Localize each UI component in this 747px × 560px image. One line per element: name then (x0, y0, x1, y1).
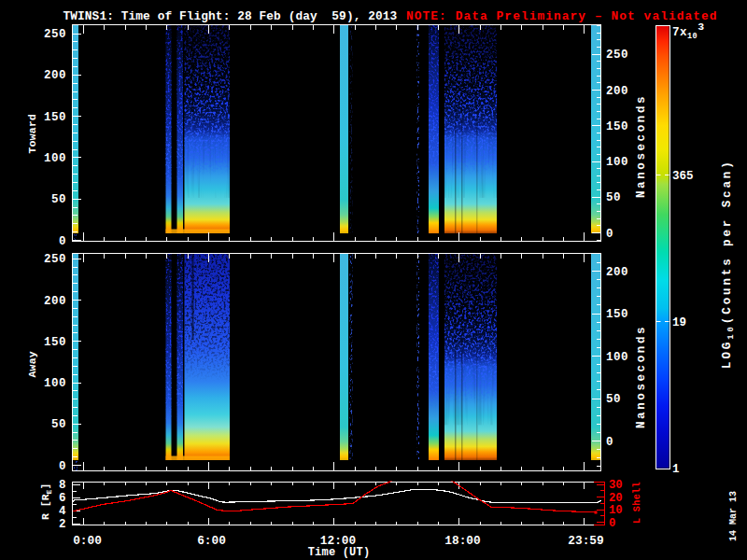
svg-text:Time (UT): Time (UT) (308, 546, 371, 559)
svg-text:50: 50 (51, 418, 66, 431)
svg-text:19: 19 (672, 316, 686, 329)
svg-text:20: 20 (609, 492, 623, 505)
svg-text:0: 0 (606, 436, 613, 449)
svg-text:6:00: 6:00 (197, 534, 226, 548)
svg-text:200: 200 (44, 69, 66, 82)
svg-text:6: 6 (59, 492, 66, 505)
svg-text:0: 0 (606, 228, 613, 241)
svg-text:L Shell: L Shell (632, 482, 642, 524)
svg-text:150: 150 (44, 111, 66, 124)
svg-text:150: 150 (606, 308, 628, 321)
svg-text:R [RE]: R [RE] (39, 483, 53, 520)
svg-text:TWINS1: Time of Flight: 28 Feb: TWINS1: Time of Flight: 28 Feb (day 59),… (63, 9, 398, 23)
svg-text:150: 150 (606, 120, 628, 133)
svg-text:Toward: Toward (26, 114, 38, 154)
svg-text:1: 1 (672, 463, 680, 476)
svg-text:0: 0 (609, 517, 615, 530)
svg-text:250: 250 (44, 28, 66, 41)
svg-text:150: 150 (44, 336, 66, 349)
svg-text:50: 50 (606, 393, 621, 406)
svg-text:30: 30 (609, 479, 623, 492)
svg-text:0:00: 0:00 (73, 534, 102, 548)
svg-text:250: 250 (606, 49, 628, 62)
svg-text:200: 200 (606, 266, 628, 279)
svg-text:18:00: 18:00 (444, 534, 480, 548)
svg-text:2: 2 (59, 518, 66, 531)
svg-text:Away: Away (26, 351, 38, 377)
svg-text:14 Mar 13: 14 Mar 13 (728, 491, 739, 541)
svg-text:Nanoseconds: Nanoseconds (635, 94, 648, 198)
svg-text:10: 10 (609, 504, 623, 517)
svg-text:8: 8 (59, 479, 66, 492)
svg-text:4: 4 (59, 505, 66, 518)
svg-text:100: 100 (44, 377, 66, 390)
svg-text:0: 0 (59, 235, 66, 248)
svg-text:100: 100 (606, 351, 628, 364)
svg-text:100: 100 (606, 156, 628, 169)
svg-text:50: 50 (51, 193, 66, 206)
svg-text:0: 0 (59, 460, 66, 473)
svg-text:23:59: 23:59 (568, 534, 603, 548)
svg-text:200: 200 (606, 85, 628, 98)
svg-text:250: 250 (44, 253, 66, 266)
svg-text:100: 100 (44, 152, 66, 165)
svg-text:Nanoseconds: Nanoseconds (635, 325, 648, 428)
svg-text:200: 200 (44, 295, 66, 308)
svg-text:50: 50 (606, 191, 621, 204)
svg-text:365: 365 (672, 170, 694, 183)
svg-text:NOTE: Data Preliminary – Not v: NOTE: Data Preliminary – Not validated (406, 9, 718, 23)
